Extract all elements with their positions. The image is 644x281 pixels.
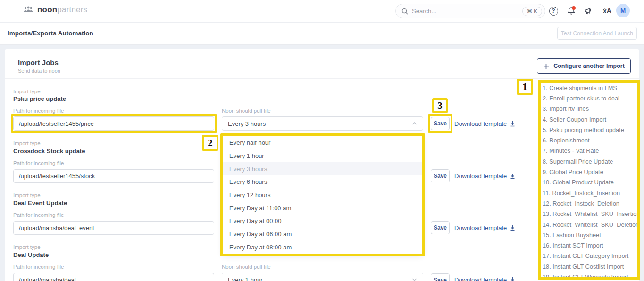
- path-input-2[interactable]: [13, 169, 214, 183]
- save-button-1[interactable]: Save: [431, 117, 450, 130]
- page-title: Imports/Exports Automation: [8, 30, 93, 37]
- import-type-label-2: Import type: [13, 140, 41, 146]
- chevron-down-icon: [412, 278, 417, 281]
- help-icon: ?: [549, 7, 558, 16]
- user-avatar[interactable]: M: [616, 4, 630, 17]
- path-input-4[interactable]: [13, 273, 214, 281]
- notifications-button[interactable]: [565, 5, 577, 17]
- card-title: Import Jobs: [18, 58, 59, 66]
- annotation-2: 2: [202, 135, 218, 151]
- download-icon: [510, 225, 516, 231]
- schedule-select-4[interactable]: Every 1 hour: [222, 273, 423, 281]
- import-type-label-1: Import type: [13, 89, 41, 94]
- save-button-2[interactable]: Save: [431, 169, 450, 182]
- save-button-3[interactable]: Save: [431, 221, 450, 234]
- download-icon: [510, 277, 516, 281]
- translate-icon: ẋA: [603, 7, 611, 15]
- path-label-3: Path for incoming file: [13, 212, 64, 218]
- configure-another-import-button[interactable]: Configure another Import: [537, 58, 631, 74]
- card-divider: [5, 78, 639, 79]
- annotation-highlight-dropdown: [220, 133, 425, 256]
- plus-icon: [543, 63, 549, 69]
- import-type-value-4: Deal Update: [13, 251, 49, 258]
- people-icon: [23, 6, 34, 14]
- import-type-label-3: Import type: [13, 192, 41, 198]
- import-type-value-1: Psku price update: [13, 95, 66, 102]
- path-input-3[interactable]: [13, 221, 214, 235]
- pull-label-1: Noon should pull file: [222, 108, 271, 114]
- test-connection-button[interactable]: Test Connection And Launch: [557, 27, 637, 40]
- path-label-1: Path for incoming file: [13, 108, 64, 114]
- import-type-value-3: Deal Event Update: [13, 199, 67, 207]
- path-label-4: Path for incoming file: [13, 264, 64, 270]
- brand-text-light: partners: [57, 5, 87, 14]
- brand-logo[interactable]: noonpartners: [23, 5, 87, 15]
- global-search: ⌘ K: [395, 4, 545, 18]
- help-button[interactable]: ?: [547, 5, 560, 17]
- download-template-link-3[interactable]: Download template: [454, 224, 516, 231]
- card-subtitle: Send data to noon: [18, 68, 60, 74]
- chevron-up-icon: [412, 122, 417, 125]
- import-type-label-4: Import type: [13, 244, 41, 250]
- schedule-select-1[interactable]: Every 3 hours: [222, 116, 423, 131]
- download-icon: [510, 121, 516, 127]
- annotation-highlight-list: [538, 80, 640, 280]
- download-template-link-4[interactable]: Download template: [454, 276, 516, 281]
- brand-text-bold: noon: [37, 5, 57, 14]
- download-icon: [510, 173, 516, 179]
- page-header-bar: [0, 23, 644, 45]
- download-template-link-2[interactable]: Download template: [454, 173, 516, 180]
- bell-icon: [567, 6, 576, 16]
- annotation-3: 3: [432, 98, 448, 113]
- save-button-4[interactable]: Save: [431, 273, 450, 281]
- path-input-1[interactable]: [13, 116, 214, 131]
- announcements-button[interactable]: [583, 5, 595, 17]
- megaphone-icon: [584, 6, 594, 16]
- search-shortcut-badge: ⌘ K: [522, 7, 542, 16]
- search-icon: [401, 8, 408, 15]
- annotation-1: 1: [517, 79, 533, 95]
- download-template-link-1[interactable]: Download template: [454, 120, 516, 127]
- app-frame: noonpartners ⌘ K ?: [0, 0, 644, 281]
- language-button[interactable]: ẋA: [601, 5, 613, 17]
- import-type-value-2: Crossdock Stock update: [13, 148, 85, 155]
- path-label-2: Path for incoming file: [13, 160, 64, 166]
- pull-label-4: Noon should pull file: [222, 264, 271, 270]
- notification-dot: [572, 6, 576, 10]
- search-input[interactable]: [412, 8, 522, 15]
